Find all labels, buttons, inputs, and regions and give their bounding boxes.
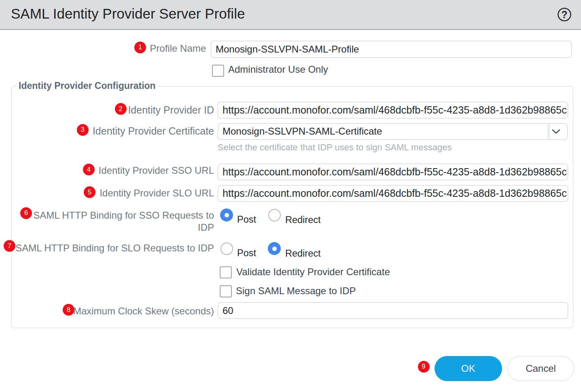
svg-text:?: ? (561, 9, 567, 20)
